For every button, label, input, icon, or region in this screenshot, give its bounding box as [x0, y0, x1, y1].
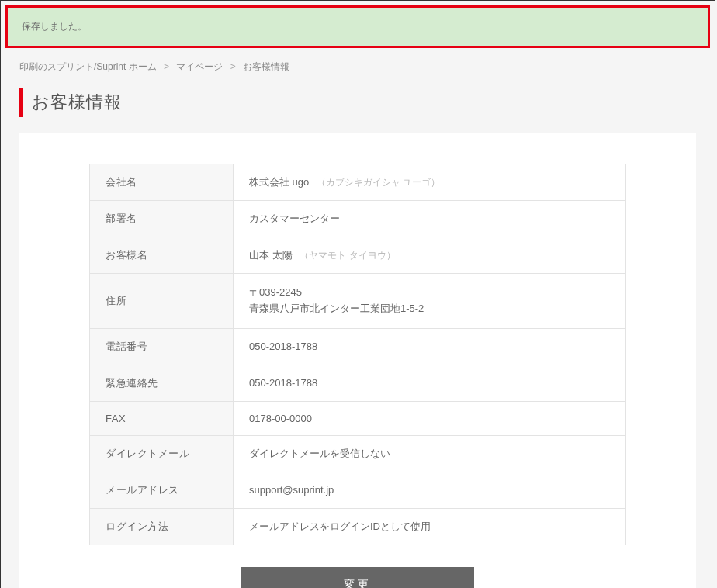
table-row: 会社名 株式会社 ugo （カブシキガイシャ ユーゴ）: [90, 164, 626, 201]
value-address: 〒039-2245 青森県八戸市北インター工業団地1-5-2: [234, 274, 626, 329]
save-success-alert: 保存しました。: [5, 5, 710, 48]
table-row: メールアドレス support@suprint.jp: [90, 472, 626, 508]
label-dm: ダイレクトメール: [90, 435, 234, 472]
label-fax: FAX: [90, 401, 234, 435]
company-kana: （カブシキガイシャ ユーゴ）: [317, 177, 440, 188]
label-customer: お客様名: [90, 237, 234, 274]
label-address: 住所: [90, 274, 234, 329]
address-postal: 〒039-2245: [249, 285, 610, 301]
value-emergency: 050-2018-1788: [234, 365, 626, 401]
table-row: 緊急連絡先 050-2018-1788: [90, 365, 626, 401]
label-login: ログイン方法: [90, 508, 234, 545]
breadcrumb-home[interactable]: 印刷のスプリント/Suprint ホーム: [19, 61, 157, 72]
value-email: support@suprint.jp: [234, 472, 626, 508]
table-row: FAX 0178-00-0000: [90, 401, 626, 435]
label-department: 部署名: [90, 201, 234, 237]
value-tel: 050-2018-1788: [234, 328, 626, 365]
breadcrumb-sep: >: [164, 61, 169, 72]
table-row: 住所 〒039-2245 青森県八戸市北インター工業団地1-5-2: [90, 274, 626, 329]
label-email: メールアドレス: [90, 472, 234, 508]
table-row: 部署名 カスタマーセンター: [90, 201, 626, 237]
table-row: 電話番号 050-2018-1788: [90, 328, 626, 365]
breadcrumb-current: お客様情報: [243, 61, 289, 72]
value-dm: ダイレクトメールを受信しない: [234, 435, 626, 472]
address-line: 青森県八戸市北インター工業団地1-5-2: [249, 301, 610, 317]
value-customer: 山本 太陽 （ヤマモト タイヨウ）: [234, 237, 626, 274]
value-login: メールアドレスをログインIDとして使用: [234, 508, 626, 545]
page-title: お客様情報: [19, 88, 696, 117]
customer-kana: （ヤマモト タイヨウ）: [300, 250, 395, 261]
breadcrumb-sep: >: [230, 61, 236, 72]
customer-info-card: 会社名 株式会社 ugo （カブシキガイシャ ユーゴ） 部署名 カスタマーセンタ…: [19, 133, 696, 588]
alert-message: 保存しました。: [22, 21, 87, 32]
breadcrumb-mypage[interactable]: マイページ: [176, 61, 223, 72]
change-button[interactable]: 変更: [241, 567, 474, 588]
label-tel: 電話番号: [90, 328, 234, 365]
table-row: ダイレクトメール ダイレクトメールを受信しない: [90, 435, 626, 472]
customer-info-table: 会社名 株式会社 ugo （カブシキガイシャ ユーゴ） 部署名 カスタマーセンタ…: [89, 164, 626, 545]
table-row: ログイン方法 メールアドレスをログインIDとして使用: [90, 508, 626, 545]
table-row: お客様名 山本 太陽 （ヤマモト タイヨウ）: [90, 237, 626, 274]
label-company: 会社名: [90, 164, 234, 201]
breadcrumb: 印刷のスプリント/Suprint ホーム > マイページ > お客様情報: [1, 53, 715, 80]
label-emergency: 緊急連絡先: [90, 365, 234, 401]
value-department: カスタマーセンター: [234, 201, 626, 237]
value-company: 株式会社 ugo （カブシキガイシャ ユーゴ）: [234, 164, 626, 201]
value-fax: 0178-00-0000: [234, 401, 626, 435]
